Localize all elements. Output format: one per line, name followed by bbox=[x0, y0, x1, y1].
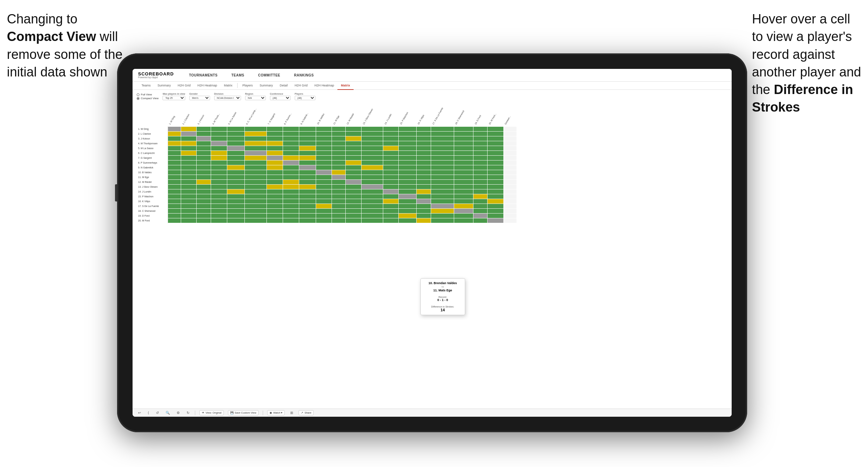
matrix-cell[interactable] bbox=[299, 175, 316, 179]
matrix-cell[interactable] bbox=[227, 170, 245, 175]
matrix-cell[interactable] bbox=[332, 184, 346, 189]
matrix-cell[interactable] bbox=[383, 208, 399, 213]
tab-summary2[interactable]: Summary bbox=[256, 82, 276, 90]
matrix-cell[interactable] bbox=[316, 184, 332, 189]
matrix-cell[interactable] bbox=[362, 131, 383, 136]
matrix-cell[interactable] bbox=[503, 175, 517, 179]
matrix-cell[interactable] bbox=[503, 170, 517, 175]
matrix-cell[interactable] bbox=[227, 155, 245, 160]
matrix-cell[interactable] bbox=[454, 189, 473, 194]
matrix-cell[interactable] bbox=[399, 131, 416, 136]
matrix-cell[interactable] bbox=[431, 194, 454, 199]
matrix-cell[interactable] bbox=[399, 170, 416, 175]
matrix-cell[interactable] bbox=[454, 131, 473, 136]
matrix-cell[interactable] bbox=[227, 179, 245, 184]
matrix-cell[interactable] bbox=[316, 141, 332, 146]
matrix-cell[interactable] bbox=[245, 136, 266, 141]
matrix-cell[interactable] bbox=[416, 194, 431, 199]
matrix-cell[interactable] bbox=[332, 208, 346, 213]
matrix-cell[interactable] bbox=[454, 126, 473, 131]
matrix-cell[interactable] bbox=[227, 175, 245, 179]
matrix-cell[interactable] bbox=[283, 141, 299, 146]
matrix-cell[interactable] bbox=[473, 218, 488, 223]
matrix-cell[interactable] bbox=[211, 175, 227, 179]
matrix-cell[interactable] bbox=[473, 170, 488, 175]
save-custom-btn[interactable]: 💾 Save Custom View bbox=[228, 410, 259, 415]
matrix-cell[interactable] bbox=[488, 204, 504, 208]
matrix-cell[interactable] bbox=[345, 204, 362, 208]
matrix-cell[interactable] bbox=[299, 136, 316, 141]
region-select[interactable]: N/A bbox=[245, 96, 266, 100]
matrix-cell[interactable] bbox=[488, 170, 504, 175]
matrix-cell[interactable] bbox=[245, 199, 266, 204]
matrix-cell[interactable] bbox=[345, 141, 362, 146]
matrix-cell[interactable] bbox=[283, 146, 299, 151]
matrix-cell[interactable] bbox=[181, 179, 197, 184]
matrix-cell[interactable] bbox=[283, 160, 299, 165]
matrix-cell[interactable] bbox=[181, 146, 197, 151]
matrix-cell[interactable] bbox=[245, 208, 266, 213]
matrix-cell[interactable] bbox=[416, 204, 431, 208]
matrix-cell[interactable] bbox=[454, 141, 473, 146]
matrix-cell[interactable] bbox=[196, 165, 211, 170]
matrix-cell[interactable] bbox=[266, 170, 283, 175]
matrix-cell[interactable] bbox=[245, 146, 266, 151]
matrix-cell[interactable] bbox=[362, 151, 383, 155]
matrix-cell[interactable] bbox=[345, 194, 362, 199]
matrix-cell[interactable] bbox=[383, 213, 399, 218]
matrix-cell[interactable] bbox=[383, 189, 399, 194]
matrix-cell[interactable] bbox=[503, 179, 517, 184]
matrix-cell[interactable] bbox=[431, 184, 454, 189]
matrix-cell[interactable] bbox=[399, 126, 416, 131]
matrix-cell[interactable] bbox=[227, 151, 245, 155]
matrix-cell[interactable] bbox=[245, 170, 266, 175]
matrix-cell[interactable] bbox=[266, 131, 283, 136]
matrix-cell[interactable] bbox=[345, 146, 362, 151]
matrix-cell[interactable] bbox=[362, 126, 383, 131]
matrix-cell[interactable] bbox=[266, 213, 283, 218]
matrix-cell[interactable] bbox=[245, 126, 266, 131]
matrix-cell[interactable] bbox=[345, 199, 362, 204]
tab-detail[interactable]: Detail bbox=[276, 82, 291, 90]
matrix-cell[interactable] bbox=[362, 155, 383, 160]
matrix-cell[interactable] bbox=[168, 194, 181, 199]
matrix-cell[interactable] bbox=[299, 126, 316, 131]
matrix-cell[interactable] bbox=[196, 184, 211, 189]
matrix-cell[interactable] bbox=[345, 213, 362, 218]
matrix-cell[interactable] bbox=[299, 165, 316, 170]
matrix-cell[interactable] bbox=[196, 126, 211, 131]
matrix-cell[interactable] bbox=[345, 208, 362, 213]
tab-teams[interactable]: Teams bbox=[138, 82, 154, 90]
tablet-side-button[interactable] bbox=[115, 184, 117, 201]
matrix-cell[interactable] bbox=[299, 194, 316, 199]
matrix-cell[interactable] bbox=[211, 184, 227, 189]
matrix-cell[interactable] bbox=[473, 136, 488, 141]
grid-btn[interactable]: ⊞ bbox=[289, 410, 294, 415]
matrix-cell[interactable] bbox=[211, 146, 227, 151]
matrix-cell[interactable] bbox=[168, 199, 181, 204]
matrix-cell[interactable] bbox=[488, 146, 504, 151]
matrix-cell[interactable] bbox=[316, 189, 332, 194]
matrix-cell[interactable] bbox=[266, 199, 283, 204]
matrix-cell[interactable] bbox=[488, 126, 504, 131]
matrix-cell[interactable] bbox=[362, 218, 383, 223]
matrix-cell[interactable] bbox=[245, 131, 266, 136]
matrix-cell[interactable] bbox=[473, 194, 488, 199]
matrix-cell[interactable] bbox=[473, 175, 488, 179]
matrix-cell[interactable] bbox=[181, 194, 197, 199]
matrix-cell[interactable] bbox=[362, 170, 383, 175]
matrix-cell[interactable] bbox=[454, 175, 473, 179]
conference-select[interactable]: (All) bbox=[270, 96, 291, 100]
matrix-cell[interactable] bbox=[211, 165, 227, 170]
matrix-cell[interactable] bbox=[362, 179, 383, 184]
matrix-cell[interactable] bbox=[168, 141, 181, 146]
matrix-cell[interactable] bbox=[316, 136, 332, 141]
matrix-cell[interactable] bbox=[473, 141, 488, 146]
matrix-cell[interactable] bbox=[399, 155, 416, 160]
matrix-cell[interactable] bbox=[168, 213, 181, 218]
matrix-cell[interactable] bbox=[266, 175, 283, 179]
matrix-cell[interactable] bbox=[211, 131, 227, 136]
nav-committee[interactable]: COMMITTEE bbox=[255, 72, 283, 79]
matrix-cell[interactable] bbox=[316, 213, 332, 218]
matrix-cell[interactable] bbox=[488, 213, 504, 218]
